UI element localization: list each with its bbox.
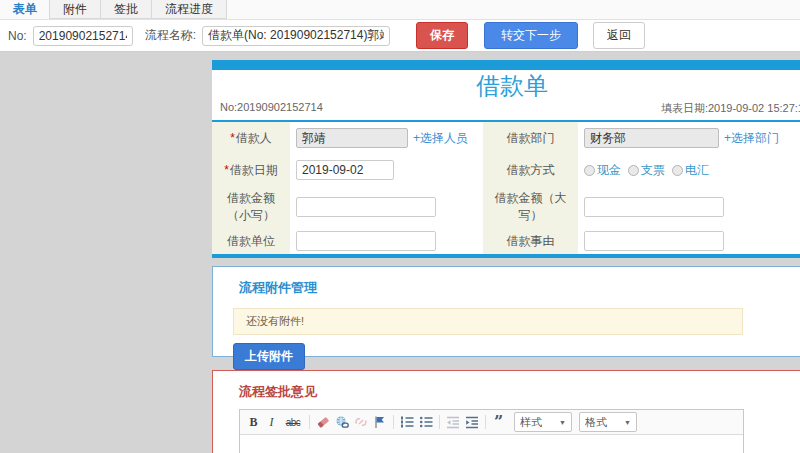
- rich-text-editor: B I abc: [239, 409, 744, 453]
- radio-icon: [628, 165, 639, 176]
- field-label-loan-reason: 借款事由: [483, 228, 578, 254]
- tab-progress[interactable]: 流程进度: [151, 0, 227, 19]
- radio-cheque[interactable]: 支票: [628, 162, 665, 179]
- select-person-link[interactable]: +选择人员: [413, 130, 468, 147]
- no-input[interactable]: [33, 26, 133, 46]
- strikethrough-icon[interactable]: abc: [281, 417, 305, 428]
- radio-cash[interactable]: 现金: [584, 162, 621, 179]
- screen: 表单 附件 签批 流程进度 No: 流程名称: 保存 转交下一步 返回 借款单 …: [0, 0, 800, 453]
- outdent-icon[interactable]: [444, 413, 462, 431]
- tab-form[interactable]: 表单: [0, 0, 50, 19]
- indent-icon[interactable]: [463, 413, 481, 431]
- select-department-link[interactable]: +选择部门: [724, 130, 779, 147]
- numbered-list-icon[interactable]: [398, 413, 416, 431]
- field-label-department: 借款部门: [483, 122, 578, 154]
- italic-icon[interactable]: I: [263, 415, 280, 430]
- save-button[interactable]: 保存: [416, 22, 468, 49]
- radio-icon: [672, 165, 683, 176]
- bulleted-list-icon[interactable]: [417, 413, 435, 431]
- tab-bar: 表单 附件 签批 流程进度: [0, 0, 800, 20]
- required-asterisk: *: [224, 162, 229, 179]
- loan-method-radio-group: 现金 支票 电汇: [584, 162, 709, 179]
- loan-reason-input[interactable]: [584, 231, 724, 251]
- editor-content-area[interactable]: [240, 435, 743, 453]
- approval-header: 流程签批意见: [239, 383, 800, 401]
- blockquote-icon[interactable]: ”: [490, 415, 507, 429]
- approval-comments-card: 流程签批意见 B I abc: [212, 370, 800, 453]
- attachments-card: 流程附件管理 还没有附件! 上传附件: [212, 266, 800, 357]
- department-input[interactable]: [584, 128, 719, 148]
- panel-bottom-bar: [212, 254, 800, 258]
- no-label: No:: [8, 29, 27, 43]
- unlink-icon[interactable]: [352, 413, 370, 431]
- back-button[interactable]: 返回: [593, 22, 645, 49]
- toolbar-separator: [485, 415, 486, 429]
- field-label-amount-small: 借款金额（小写）: [212, 186, 290, 228]
- panel-top-bar: [212, 60, 800, 70]
- anchor-flag-icon[interactable]: [371, 413, 389, 431]
- form-fill-date: 填表日期:2019-09-02 15:27:1: [661, 101, 800, 116]
- form-meta-row: No:20190902152714 填表日期:2019-09-02 15:27:…: [212, 99, 800, 120]
- form-fields-grid: *借款人 +选择人员 借款部门 +选择部门 *借款日期: [212, 122, 800, 254]
- no-attachments-alert: 还没有附件!: [233, 308, 743, 335]
- required-asterisk: *: [230, 130, 235, 147]
- radio-icon: [584, 165, 595, 176]
- form-no: No:20190902152714: [220, 101, 323, 116]
- field-label-loan-method: 借款方式: [483, 154, 578, 186]
- toolbar-separator: [393, 415, 394, 429]
- format-dropdown[interactable]: 格式 ▼: [579, 412, 637, 432]
- attachments-header: 流程附件管理: [239, 279, 800, 297]
- field-label-borrower: *借款人: [212, 122, 290, 154]
- amount-big-input[interactable]: [584, 197, 724, 217]
- radio-wire-transfer[interactable]: 电汇: [672, 162, 709, 179]
- field-label-loan-unit: 借款单位: [212, 228, 290, 254]
- tab-approval[interactable]: 签批: [100, 0, 152, 19]
- form-title: 借款单: [212, 70, 800, 99]
- amount-small-input[interactable]: [296, 197, 436, 217]
- loan-form-panel: 借款单 No:20190902152714 填表日期:2019-09-02 15…: [212, 60, 800, 258]
- toolbar-separator: [439, 415, 440, 429]
- loan-date-input[interactable]: [296, 160, 394, 180]
- upload-attachment-button[interactable]: 上传附件: [233, 343, 305, 370]
- flow-name-label: 流程名称:: [145, 27, 196, 44]
- forward-next-step-button[interactable]: 转交下一步: [484, 22, 578, 49]
- bold-icon[interactable]: B: [245, 415, 262, 430]
- top-toolbar: No: 流程名称: 保存 转交下一步 返回: [0, 20, 800, 52]
- chevron-down-icon: ▼: [559, 419, 566, 426]
- tab-attachments[interactable]: 附件: [49, 0, 101, 19]
- flow-name-input[interactable]: [202, 26, 390, 46]
- remove-format-icon[interactable]: [314, 413, 332, 431]
- field-label-amount-big: 借款金额（大写）: [483, 186, 578, 228]
- field-label-loan-date: *借款日期: [212, 154, 290, 186]
- toolbar-separator: [309, 415, 310, 429]
- editor-toolbar: B I abc: [240, 410, 743, 435]
- chevron-down-icon: ▼: [624, 419, 631, 426]
- borrower-input[interactable]: [296, 128, 408, 148]
- loan-unit-input[interactable]: [296, 231, 436, 251]
- link-icon[interactable]: [333, 413, 351, 431]
- styles-dropdown[interactable]: 样式 ▼: [514, 412, 572, 432]
